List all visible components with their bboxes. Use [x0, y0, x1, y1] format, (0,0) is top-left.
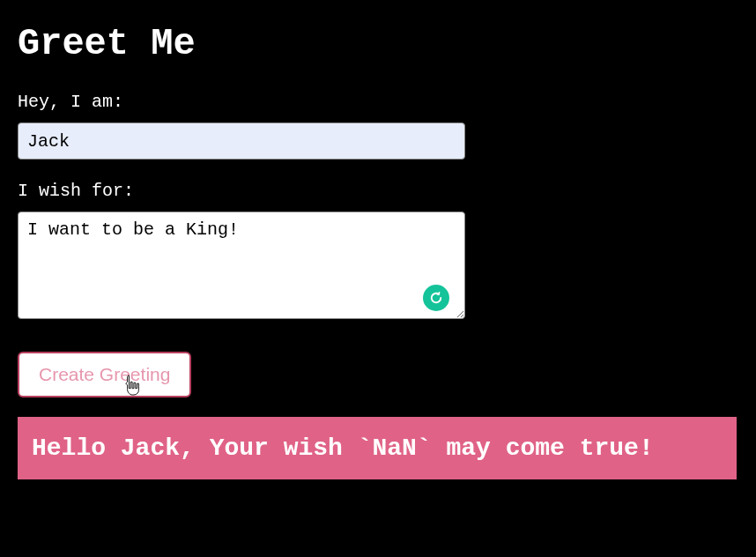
name-label: Hey, I am: — [18, 92, 738, 112]
greeting-output: Hello Jack, Your wish `NaN` may come tru… — [18, 417, 737, 479]
name-input[interactable] — [18, 123, 465, 160]
wish-textarea[interactable] — [18, 212, 465, 319]
wish-label: I wish for: — [18, 181, 738, 201]
create-greeting-button[interactable]: Create Greeting — [18, 352, 191, 397]
name-field-group: Hey, I am: — [18, 92, 738, 160]
wish-field-group: I wish for: — [18, 181, 738, 323]
page-title: Greet Me — [18, 23, 738, 65]
